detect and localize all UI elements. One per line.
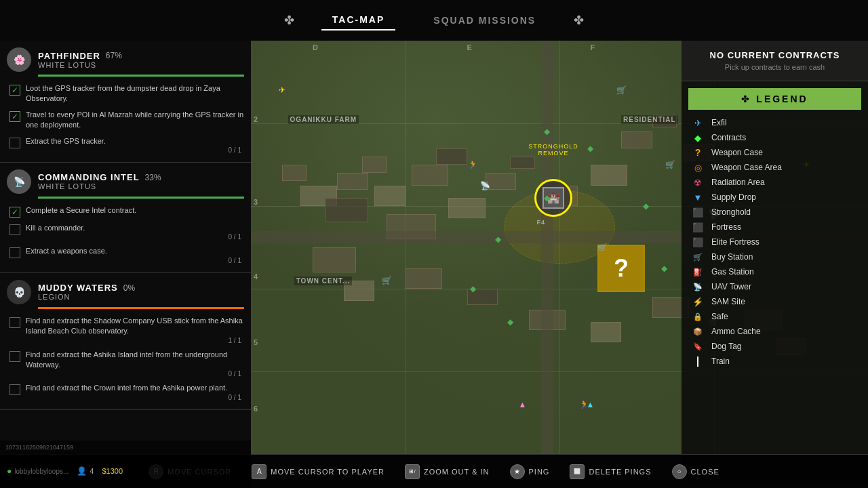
legend-item-buy-station: 🛒 Buy Station bbox=[691, 249, 859, 264]
contract-icon[interactable]: ◆ bbox=[541, 125, 553, 138]
legend-item-stronghold: ⬛ Stronghold bbox=[691, 205, 859, 220]
game-id-text: 10731162509821047159 bbox=[5, 444, 73, 451]
task-item: Find and extract the Shadow Company USB … bbox=[9, 313, 244, 347]
mission-icon-muddy: 💀 bbox=[7, 280, 31, 304]
legend-item-elite-fortress: ⬛ Elite Fortress bbox=[691, 235, 859, 249]
ping-btn[interactable]: ★ bbox=[510, 464, 525, 479]
move-cursor-player-btn[interactable]: A bbox=[252, 464, 267, 479]
legend-weapon-case-area-icon: ◎ bbox=[691, 162, 705, 173]
legend-item-train: | Train bbox=[691, 354, 859, 369]
contract-icon[interactable]: ◆ bbox=[541, 192, 553, 204]
task-count: 0 / 1 bbox=[26, 394, 244, 401]
legend-dog-tag-label: Dog Tag bbox=[711, 342, 741, 351]
task-text: Extract a weapons case. bbox=[26, 246, 244, 256]
contract-icon[interactable]: ◆ bbox=[492, 233, 504, 245]
contract-icon[interactable]: ◆ bbox=[504, 316, 516, 328]
players-count: 4 bbox=[90, 467, 94, 475]
tab-tacmap[interactable]: TAC-MAP bbox=[321, 10, 396, 30]
mission-pct-pathfinder: 67% bbox=[106, 51, 122, 60]
task-item: ✓ Complete a Secure Intel contract. bbox=[9, 203, 244, 220]
grid-row-5: 5 bbox=[254, 338, 258, 346]
legend-item-ammo-cache: 📦 Ammo Cache bbox=[691, 324, 859, 339]
task-item: ✓ Loot the GPS tracker from the dumpster… bbox=[9, 81, 244, 107]
action-delete-pings[interactable]: ⬜ DELETE PINGS bbox=[570, 464, 651, 479]
building bbox=[374, 186, 406, 207]
mission-faction-commanding: WHITE LOTUS bbox=[38, 182, 244, 190]
task-check bbox=[9, 351, 20, 362]
mission-name-pathfinder: PATHFINDER bbox=[38, 51, 100, 61]
cash-amount: $1300 bbox=[102, 467, 123, 475]
mission-icon-commanding: 📡 bbox=[7, 169, 31, 194]
legend-stronghold-icon: ⬛ bbox=[691, 207, 705, 218]
building bbox=[436, 148, 467, 165]
stronghold-marker[interactable]: 🏰 bbox=[534, 179, 572, 217]
buy-station-icon[interactable]: 🛒 bbox=[665, 159, 677, 171]
legend-buy-station-label: Buy Station bbox=[711, 252, 753, 262]
buy-station-icon[interactable]: 🛒 bbox=[615, 84, 627, 96]
grid-col-d: D bbox=[313, 43, 318, 52]
building bbox=[325, 198, 368, 223]
grid-col-f: F bbox=[591, 43, 595, 52]
delete-pings-label: DELETE PINGS bbox=[589, 468, 651, 476]
nav-icon-left: ✤ bbox=[284, 13, 294, 28]
action-zoom[interactable]: ⊞/ ZOOM OUT & IN bbox=[405, 464, 490, 479]
tab-squad-missions[interactable]: SQUAD MISSIONS bbox=[422, 11, 547, 30]
grid-row-6: 6 bbox=[254, 405, 258, 413]
contract-icon[interactable]: ◆ bbox=[658, 262, 671, 274]
status-players: 👤 4 bbox=[77, 466, 94, 476]
action-ping[interactable]: ★ PING bbox=[510, 464, 550, 479]
mission-pct-muddy: 0% bbox=[123, 283, 135, 293]
legend-safe-icon: 🔒 bbox=[691, 311, 705, 322]
task-check: ✓ bbox=[9, 85, 20, 96]
status-online: ● lobbylobbyloops... bbox=[7, 466, 68, 476]
mission-faction-muddy: LEGION bbox=[38, 293, 244, 301]
stronghold-label-line1: STRONGHOLD bbox=[528, 143, 578, 150]
grid-col-e: E bbox=[467, 43, 472, 52]
delete-pings-btn[interactable]: ⬜ bbox=[570, 464, 585, 479]
zoom-btn[interactable]: ⊞/ bbox=[405, 464, 420, 479]
legend-sam-site-icon: ⚡ bbox=[691, 296, 705, 307]
legend-contracts-icon: ◆ bbox=[691, 132, 705, 143]
action-close[interactable]: ○ CLOSE bbox=[672, 464, 719, 479]
legend-gas-station-label: Gas Station bbox=[711, 267, 754, 277]
task-text: Kill a commander. bbox=[26, 223, 244, 233]
mission-pathfinder: 🌸 PATHFINDER 67% WHITE LOTUS ✓ Loot the … bbox=[0, 41, 251, 163]
buy-station-icon[interactable]: 🛒 bbox=[380, 274, 393, 287]
online-icon: ● bbox=[7, 466, 12, 476]
legend-item-contracts: ◆ Contracts bbox=[691, 130, 859, 145]
mission-faction-pathfinder: WHITE LOTUS bbox=[38, 61, 244, 69]
task-item: Extract the GPS tracker. 0 / 1 bbox=[9, 134, 244, 157]
legend-radiation-icon: ☢ bbox=[691, 177, 705, 188]
building bbox=[448, 198, 486, 219]
legend-ammo-cache-icon: 📦 bbox=[691, 326, 705, 337]
legend-contracts-label: Contracts bbox=[711, 133, 746, 142]
uav-tower-icon[interactable]: 📡 bbox=[479, 180, 492, 192]
task-count: 0 / 1 bbox=[26, 257, 244, 264]
legend-header: ✤ LEGEND bbox=[688, 88, 861, 110]
legend-item-sam-site: ⚡ SAM Site bbox=[691, 294, 859, 309]
contract-icon[interactable]: ◆ bbox=[585, 142, 597, 155]
contract-icon[interactable]: ◆ bbox=[467, 283, 479, 295]
legend-train-label: Train bbox=[711, 357, 730, 366]
close-btn[interactable]: ○ bbox=[672, 464, 687, 479]
close-label: CLOSE bbox=[691, 468, 719, 476]
mission-muddy-waters: 💀 MUDDY WATERS 0% LEGION Find and extrac… bbox=[0, 273, 251, 410]
task-text: Travel to every POI in Al Mazrah while c… bbox=[26, 110, 244, 131]
legend-ammo-cache-label: Ammo Cache bbox=[711, 327, 761, 336]
legend-dog-tag-icon: 🔖 bbox=[691, 341, 705, 352]
task-check bbox=[9, 317, 20, 328]
task-check bbox=[9, 247, 20, 258]
buy-station-icon[interactable]: 🛒 bbox=[597, 241, 609, 253]
building bbox=[313, 247, 356, 272]
contract-icon[interactable]: ◆ bbox=[639, 200, 652, 212]
legend-gas-station-icon: ⛽ bbox=[691, 266, 705, 277]
legend-uav-tower-icon: 📡 bbox=[691, 281, 705, 292]
grid-row-2: 2 bbox=[254, 115, 258, 123]
exfil-icon[interactable]: ✈ bbox=[276, 84, 288, 96]
legend-elite-fortress-label: Elite Fortress bbox=[711, 237, 760, 247]
action-move-cursor-to-player[interactable]: A MOVE CURSOR TO PLAYER bbox=[252, 464, 384, 479]
legend-fortress-icon: ⬛ bbox=[691, 222, 705, 232]
task-item: Find and extract the Ashika Island intel… bbox=[9, 347, 244, 381]
move-cursor-player-label: MOVE CURSOR TO PLAYER bbox=[271, 468, 384, 476]
no-contracts-title: NO CURRENT CONTRACTS bbox=[688, 50, 861, 60]
